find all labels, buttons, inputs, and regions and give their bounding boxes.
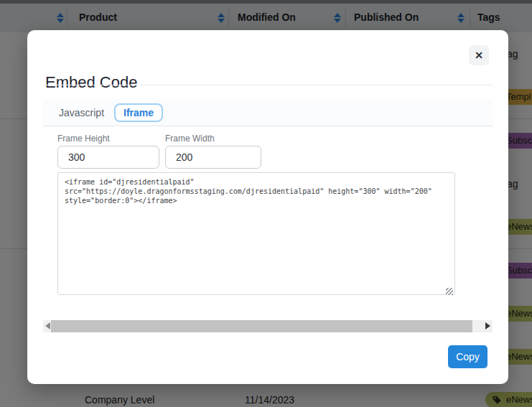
frame-width-group: Frame Width [165, 134, 261, 169]
frame-height-input[interactable] [57, 146, 159, 169]
frame-height-group: Frame Height [57, 134, 159, 169]
close-icon[interactable]: ✕ [469, 45, 489, 65]
embed-type-tabs: Javascript Iframe [43, 99, 493, 126]
horizontal-scrollbar[interactable] [43, 320, 493, 332]
tab-iframe[interactable]: Iframe [114, 103, 163, 122]
embed-code-modal: Embed Code ✕ Javascript Iframe Frame Hei… [27, 30, 508, 384]
frame-width-input[interactable] [165, 146, 261, 169]
title-divider [43, 85, 493, 85]
modal-title: Embed Code [45, 73, 137, 92]
frame-height-label: Frame Height [57, 134, 159, 144]
scroll-right-icon[interactable] [485, 322, 490, 329]
textarea-resize-handle[interactable] [446, 288, 453, 295]
scroll-left-icon[interactable] [45, 322, 50, 329]
embed-code-textarea[interactable] [57, 172, 455, 295]
frame-width-label: Frame Width [165, 134, 261, 144]
embed-code-wrap [57, 172, 455, 298]
iframe-form: Frame Height Frame Width [57, 134, 485, 298]
copy-button[interactable]: Copy [448, 345, 487, 368]
scrollbar-thumb[interactable] [51, 320, 472, 332]
tab-javascript[interactable]: Javascript [59, 107, 104, 118]
